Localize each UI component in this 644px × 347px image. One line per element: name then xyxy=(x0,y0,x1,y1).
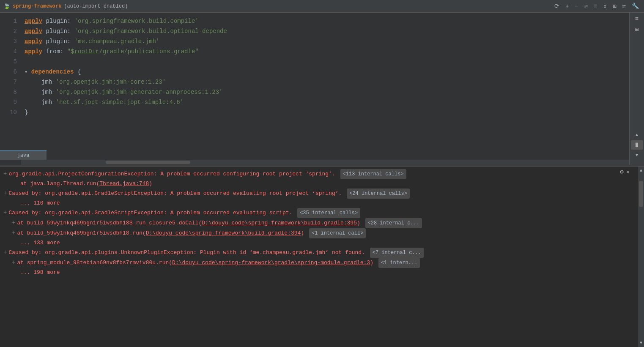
code-line-7: jmh 'org.openjdk.jmh:jmh-core:1.23' xyxy=(21,77,629,87)
editor-toolbar: 🍃 spring-framework (auto-import enabled)… xyxy=(0,0,644,13)
spring-fw-label: spring-framework xyxy=(13,3,61,9)
line-num-9: 9 xyxy=(3,97,17,107)
line-num-4: 4 xyxy=(3,46,17,57)
editor-horizontal-scrollbar[interactable] xyxy=(21,160,629,165)
internal-badge-9: <7 internal c... xyxy=(370,248,424,258)
expand-btn-7[interactable]: + xyxy=(12,228,15,238)
line-num-2: 2 xyxy=(3,26,17,36)
line-num-3: 3 xyxy=(3,36,17,46)
expand-btn-6[interactable]: + xyxy=(12,218,15,227)
scroll-down-icon[interactable]: ▼ xyxy=(631,150,643,160)
code-line-4: apply from: "$rootDir/gradle/publication… xyxy=(21,46,629,57)
grid-icon[interactable]: ⊞ xyxy=(611,2,618,11)
minus-icon[interactable]: − xyxy=(573,2,580,11)
expand-btn-1[interactable]: + xyxy=(3,169,7,178)
line-num-8: 8 xyxy=(3,87,17,97)
code-line-8: jmh 'org.openjdk.jmh:jmh-generator-annpr… xyxy=(21,87,629,97)
console-settings-icon[interactable]: ⚙ xyxy=(620,168,623,175)
console-section: ⚙ ✕ + org.gradle.api.ProjectConfiguratio… xyxy=(0,167,644,347)
code-line-1: apply plugin: 'org.springframework.build… xyxy=(21,16,629,26)
console-line-2: at java.lang.Thread.run(Thread.java:748) xyxy=(3,179,635,189)
expand-all-icon[interactable]: ⊞ xyxy=(631,25,643,34)
line-num-7: 7 xyxy=(3,77,17,87)
internal-badge-5: <35 internal calls> xyxy=(297,208,360,218)
console-close-icon[interactable]: ✕ xyxy=(626,168,630,175)
console-line-11: ... 198 more xyxy=(3,268,635,277)
transfer-icon[interactable]: ⇄ xyxy=(621,2,628,11)
console-text-10: at spring_module_98tebian69nv8fbs7rmviv8… xyxy=(17,258,376,268)
console-header-icons: ⚙ ✕ xyxy=(620,168,630,175)
code-line-5 xyxy=(21,57,629,67)
java-tab-label: java xyxy=(17,153,30,158)
console-line-8: ... 133 more xyxy=(3,238,635,248)
line-num-6: 6 xyxy=(3,67,17,77)
console-text-8: ... 133 more xyxy=(20,238,60,248)
collapse-deps-icon[interactable]: ▾ xyxy=(25,69,27,75)
internal-badge-1: <113 internal calls> xyxy=(340,169,406,179)
list-icon[interactable]: ≡ xyxy=(592,2,599,11)
internal-badge-3: <24 internal calls> xyxy=(347,189,410,199)
code-line-2: apply plugin: 'org.springframework.build… xyxy=(21,26,629,36)
expand-btn-3[interactable]: + xyxy=(3,189,7,198)
expand-btn-5[interactable]: + xyxy=(3,208,7,217)
console-text-11: ... 198 more xyxy=(20,268,60,277)
editor-right-toolbar: ≡ ⊞ ▲ █ ▼ xyxy=(629,13,644,165)
console-line-1: + org.gradle.api.ProjectConfigurationExc… xyxy=(3,169,635,179)
internal-badge-7: <1 internal call> xyxy=(309,228,366,238)
internal-badge-6: <28 internal c... xyxy=(365,218,422,228)
console-scroll-thumb[interactable] xyxy=(639,181,643,207)
console-text-1: org.gradle.api.ProjectConfigurationExcep… xyxy=(8,169,338,179)
console-text-2: at java.lang.Thread.run(Thread.java:748) xyxy=(20,179,152,189)
code-line-10: } xyxy=(21,107,629,117)
code-line-9: jmh 'net.sf.jopt-simple:jopt-simple:4.6' xyxy=(21,97,629,107)
editor-scroll-thumb[interactable] xyxy=(106,161,190,164)
add-icon[interactable]: + xyxy=(564,2,570,11)
scroll-thumb-icon[interactable]: █ xyxy=(631,140,643,150)
console-text-5: Caused by: org.gradle.api.GradleScriptEx… xyxy=(8,208,296,218)
console-line-5: + Caused by: org.gradle.api.GradleScript… xyxy=(3,208,635,218)
console-line-10: + at spring_module_98tebian69nv8fbs7rmvi… xyxy=(3,258,635,268)
console-text-9: Caused by: org.gradle.api.plugins.Unknow… xyxy=(8,248,368,257)
line-num-5: 5 xyxy=(3,57,17,67)
expand-btn-9[interactable]: + xyxy=(3,248,7,257)
code-editor[interactable]: 1 2 3 4 5 6 7 8 9 10 apply plugin: 'org.… xyxy=(0,13,629,165)
code-content[interactable]: apply plugin: 'org.springframework.build… xyxy=(21,13,629,165)
scrollbar-up-arrow[interactable]: ▲ xyxy=(640,168,642,173)
auto-import-label: (auto-import enabled) xyxy=(64,3,128,9)
code-line-3: apply plugin: 'me.champeau.gradle.jmh' xyxy=(21,36,629,46)
console-line-9: + Caused by: org.gradle.api.plugins.Unkn… xyxy=(3,248,635,258)
line-num-1: 1 xyxy=(3,16,17,26)
editor-section: 1 2 3 4 5 6 7 8 9 10 apply plugin: 'org.… xyxy=(0,13,644,165)
console-output[interactable]: + org.gradle.api.ProjectConfigurationExc… xyxy=(0,167,638,347)
wrench-icon[interactable]: 🔧 xyxy=(630,2,641,11)
spring-fw-icon: 🍃 xyxy=(3,3,10,10)
scroll-up-icon[interactable]: ▲ xyxy=(631,130,643,139)
code-line-6: ▾ dependencies { xyxy=(21,67,629,77)
expand-btn-10[interactable]: + xyxy=(12,258,15,267)
scrollbar-down-arrow[interactable]: ▼ xyxy=(640,341,642,345)
reload-icon[interactable]: ⟳ xyxy=(553,2,561,11)
line-num-10: 10 xyxy=(3,107,17,117)
collapse-all-icon[interactable]: ≡ xyxy=(631,14,643,24)
sort-icon[interactable]: ⇕ xyxy=(602,2,608,11)
internal-badge-10: <1 intern... xyxy=(378,258,420,268)
java-tab[interactable]: java xyxy=(0,150,47,160)
console-text-7: at build_59wy1nkq469bgn1r5iwsdbh18.run(D… xyxy=(17,229,307,238)
console-text-3: Caused by: org.gradle.api.GradleScriptEx… xyxy=(8,189,345,198)
sync-icon[interactable]: ⇌ xyxy=(583,2,589,11)
line-numbers: 1 2 3 4 5 6 7 8 9 10 xyxy=(0,13,21,165)
console-text-4: ... 110 more xyxy=(20,199,60,208)
console-line-7: + at build_59wy1nkq469bgn1r5iwsdbh18.run… xyxy=(3,228,635,238)
console-line-3: + Caused by: org.gradle.api.GradleScript… xyxy=(3,189,635,199)
console-line-6: + at build_59wy1nkq469bgn1r5iwsdbh18$_ru… xyxy=(3,218,635,228)
console-text-6: at build_59wy1nkq469bgn1r5iwsdbh18$_run_… xyxy=(17,219,363,228)
console-scrollbar[interactable]: ▲ ▼ xyxy=(638,167,644,347)
console-line-4: ... 110 more xyxy=(3,199,635,208)
